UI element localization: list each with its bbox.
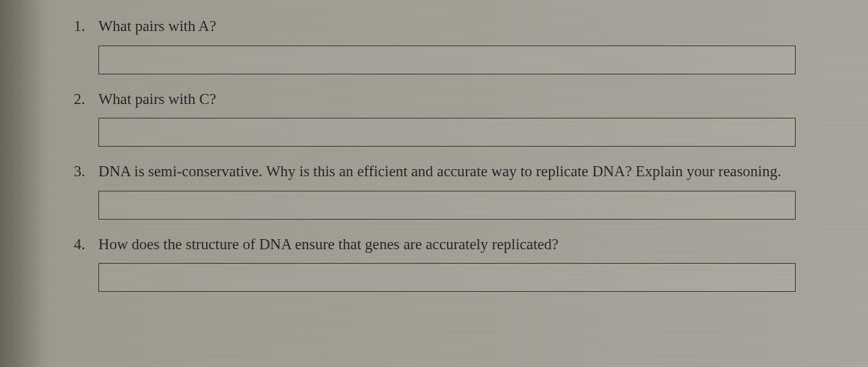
answer-input[interactable]: [98, 263, 796, 292]
question-text: What pairs with C?: [98, 87, 796, 111]
question-number: 2.: [72, 87, 98, 111]
question-prompt: 3. DNA is semi-conservative. Why is this…: [72, 160, 796, 184]
question-number: 1.: [72, 14, 98, 38]
question-text: How does the structure of DNA ensure tha…: [98, 233, 796, 256]
question-block: 1. What pairs with A?: [72, 14, 796, 74]
question-text: What pairs with A?: [98, 14, 796, 38]
question-block: 4. How does the structure of DNA ensure …: [72, 233, 796, 293]
worksheet-page: 1. What pairs with A? 2. What pairs with…: [0, 0, 868, 319]
question-number: 3.: [72, 160, 98, 184]
answer-input[interactable]: [98, 118, 796, 147]
answer-input[interactable]: [98, 46, 796, 74]
question-block: 3. DNA is semi-conservative. Why is this…: [72, 160, 796, 220]
question-prompt: 4. How does the structure of DNA ensure …: [72, 233, 796, 256]
question-prompt: 1. What pairs with A?: [72, 14, 796, 38]
answer-input[interactable]: [98, 191, 796, 220]
question-block: 2. What pairs with C?: [72, 87, 796, 147]
question-text: DNA is semi-conservative. Why is this an…: [98, 160, 796, 184]
question-prompt: 2. What pairs with C?: [72, 87, 796, 111]
question-number: 4.: [72, 233, 98, 256]
